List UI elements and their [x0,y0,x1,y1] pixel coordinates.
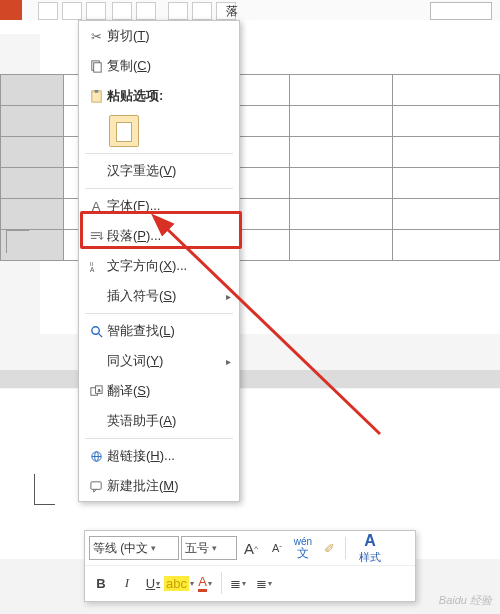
menu-english-assistant[interactable]: 英语助手(A) [79,406,239,436]
crop-mark [6,230,29,253]
search-icon [85,324,107,339]
menu-label: 字体(F)... [107,197,231,215]
menu-separator [85,153,233,154]
menu-smart-lookup[interactable]: 智能查找(L) [79,316,239,346]
menu-label: 英语助手(A) [107,412,231,430]
menu-label: 超链接(H)... [107,447,231,465]
menu-separator [85,438,233,439]
menu-label: 翻译(S) [107,382,231,400]
menu-label: 段落(P)... [107,227,231,245]
chevron-down-icon: ▾ [151,543,156,553]
toolbar-button[interactable] [38,2,58,20]
menu-new-comment[interactable]: 新建批注(M) [79,471,239,501]
bullets-button[interactable]: ≣▾ [226,571,250,595]
submenu-arrow-icon: ▸ [226,291,231,302]
menu-synonyms[interactable]: 同义词(Y) ▸ [79,346,239,376]
bold-button[interactable]: B [89,571,113,595]
document-table[interactable] [0,74,500,261]
document-page [0,34,500,528]
toolbar-button[interactable] [112,2,132,20]
watermark: Baidu 经验 [439,593,492,608]
ribbon-topbar: 落 [0,0,500,21]
menu-label: 新建批注(M) [107,477,231,495]
font-color-button[interactable]: A▾ [193,571,217,595]
page-gap [0,370,500,388]
menu-separator [85,188,233,189]
menu-label: 复制(C) [107,57,231,75]
menu-label: 粘贴选项: [107,87,231,105]
format-painter-button[interactable]: ✐ [317,536,341,560]
menu-separator [85,313,233,314]
highlight-color-button[interactable]: abc▾ [167,571,191,595]
decrease-font-button[interactable]: Aˇ [265,536,289,560]
font-icon: A [85,199,107,214]
cut-icon: ✂ [85,29,107,44]
menu-paste-header: 粘贴选项: [79,81,239,111]
separator [345,537,346,559]
truncated-label: 落 [226,3,238,20]
app-accent [0,0,22,20]
menu-label: 汉字重选(V) [107,162,231,180]
underline-button[interactable]: U▾ [141,571,165,595]
menu-copy[interactable]: 复制(C) [79,51,239,81]
menu-hanzi-reselect[interactable]: 汉字重选(V) [79,156,239,186]
comment-icon [85,479,107,494]
toolbar-button[interactable] [136,2,156,20]
italic-button[interactable]: I [115,571,139,595]
page-corner-mark [34,474,55,505]
menu-label: 剪切(T) [107,27,231,45]
menu-insert-symbol[interactable]: 插入符号(S) ▸ [79,281,239,311]
svg-rect-3 [94,89,98,92]
styles-button[interactable]: A 样式 [350,533,390,563]
svg-rect-1 [93,62,101,71]
toolbar-button[interactable] [86,2,106,20]
menu-paragraph[interactable]: 段落(P)... [79,221,239,251]
font-size-combo[interactable]: 五号▾ [181,536,237,560]
styles-preview[interactable] [430,2,492,20]
menu-label: 插入符号(S) [107,287,226,305]
numbering-button[interactable]: ≣▾ [252,571,276,595]
svg-rect-17 [90,481,100,489]
menu-label: 智能查找(L) [107,322,231,340]
menu-cut[interactable]: ✂ 剪切(T) [79,21,239,51]
font-name-combo[interactable]: 等线 (中文▾ [89,536,179,560]
svg-line-10 [98,333,102,337]
separator [221,572,222,594]
toolbar-button[interactable] [192,2,212,20]
menu-text-direction[interactable]: IIA 文字方向(X)... [79,251,239,281]
menu-label: 文字方向(X)... [107,257,231,275]
phonetic-guide-button[interactable]: wén文 [291,536,315,560]
svg-point-9 [91,326,99,334]
copy-icon [85,59,107,74]
context-menu: ✂ 剪切(T) 复制(C) 粘贴选项: 汉字重选(V) A 字体(F)... 段… [78,20,240,502]
menu-label: 同义词(Y) [107,352,226,370]
chevron-down-icon: ▾ [212,543,217,553]
svg-text:A: A [89,266,94,273]
translate-icon: a [85,384,107,399]
increase-font-button[interactable]: A^ [239,536,263,560]
text-direction-icon: IIA [85,259,107,274]
paste-option-keep-source[interactable] [79,111,239,151]
toolbar-button[interactable] [62,2,82,20]
ruler [0,20,500,35]
menu-translate[interactable]: a 翻译(S) [79,376,239,406]
link-icon [85,449,107,464]
paste-clipboard-icon [109,115,139,147]
paste-icon [85,89,107,104]
menu-hyperlink[interactable]: 超链接(H)... [79,441,239,471]
paragraph-icon [85,229,107,244]
menu-font[interactable]: A 字体(F)... [79,191,239,221]
toolbar-button[interactable] [168,2,188,20]
mini-toolbar: 等线 (中文▾ 五号▾ A^ Aˇ wén文 ✐ A 样式 B I U▾ abc… [84,530,416,602]
submenu-arrow-icon: ▸ [226,356,231,367]
